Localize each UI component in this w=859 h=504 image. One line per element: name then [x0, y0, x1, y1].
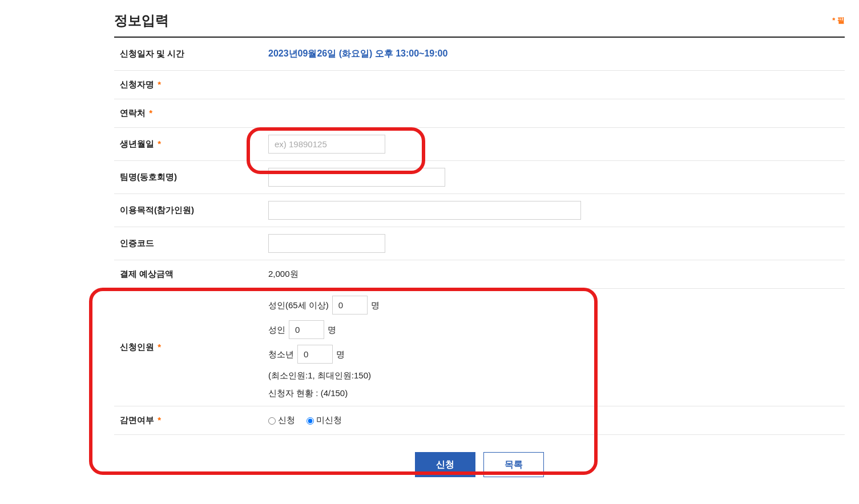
form-container: 정보입력 * 필 신청일자 및 시간 2023년09월26일 (화요일) 오후 …	[114, 11, 845, 477]
dob-input[interactable]	[268, 135, 385, 154]
exempt-label: 감면여부 *	[120, 415, 268, 426]
amount-label: 결제 예상금액	[120, 269, 268, 280]
code-label: 인증코드	[120, 238, 268, 249]
adult-label: 성인	[268, 324, 285, 336]
purpose-label: 이용목적(참가인원)	[120, 205, 268, 216]
youth-unit: 명	[336, 348, 345, 360]
senior-input[interactable]	[332, 296, 368, 315]
row-contact: 연락처 *	[114, 99, 845, 128]
submit-button[interactable]: 신청	[415, 452, 475, 477]
team-label: 팀명(동호회명)	[120, 172, 268, 183]
youth-label: 청소년	[268, 348, 294, 360]
code-input[interactable]	[268, 234, 385, 253]
exempt-apply-radio[interactable]	[268, 417, 276, 425]
row-code: 인증코드	[114, 227, 845, 260]
row-exempt: 감면여부 * 신청 미신청	[114, 406, 845, 435]
row-personnel: 신청인원 * 성인(65세 이상) 명 성인 명 청소년 명 (최소인원:1, …	[114, 289, 845, 406]
adult-unit: 명	[328, 324, 336, 336]
date-value: 2023년09월26일 (화요일) 오후 13:00~19:00	[268, 48, 839, 60]
exempt-notapply-label[interactable]: 미신청	[307, 415, 342, 425]
senior-label: 성인(65세 이상)	[268, 299, 329, 311]
purpose-input[interactable]	[268, 201, 581, 220]
exempt-apply-label[interactable]: 신청	[268, 415, 295, 425]
team-input[interactable]	[268, 168, 445, 187]
row-dob: 생년월일 *	[114, 128, 845, 161]
page-title: 정보입력	[114, 11, 169, 30]
senior-unit: 명	[371, 299, 380, 311]
row-team: 팀명(동호회명)	[114, 161, 845, 194]
date-label: 신청일자 및 시간	[120, 49, 268, 59]
exempt-notapply-radio[interactable]	[307, 417, 314, 425]
applicant-label: 신청자명 *	[120, 79, 268, 90]
personnel-limits: (최소인원:1, 최대인원:150)	[268, 369, 839, 381]
dob-label: 생년월일 *	[120, 139, 268, 150]
contact-label: 연락처 *	[120, 108, 268, 119]
row-applicant: 신청자명 *	[114, 71, 845, 99]
row-purpose: 이용목적(참가인원)	[114, 194, 845, 227]
youth-input[interactable]	[297, 345, 333, 364]
personnel-status: 신청자 현황 : (4/150)	[268, 387, 839, 399]
required-note: * 필	[832, 15, 845, 26]
button-row: 신청 목록	[114, 452, 845, 477]
row-amount: 결제 예상금액 2,000원	[114, 260, 845, 289]
adult-input[interactable]	[289, 320, 324, 339]
row-date: 신청일자 및 시간 2023년09월26일 (화요일) 오후 13:00~19:…	[114, 38, 845, 71]
amount-value: 2,000원	[268, 269, 839, 280]
personnel-label: 신청인원 *	[120, 342, 268, 353]
list-button[interactable]: 목록	[483, 452, 544, 477]
